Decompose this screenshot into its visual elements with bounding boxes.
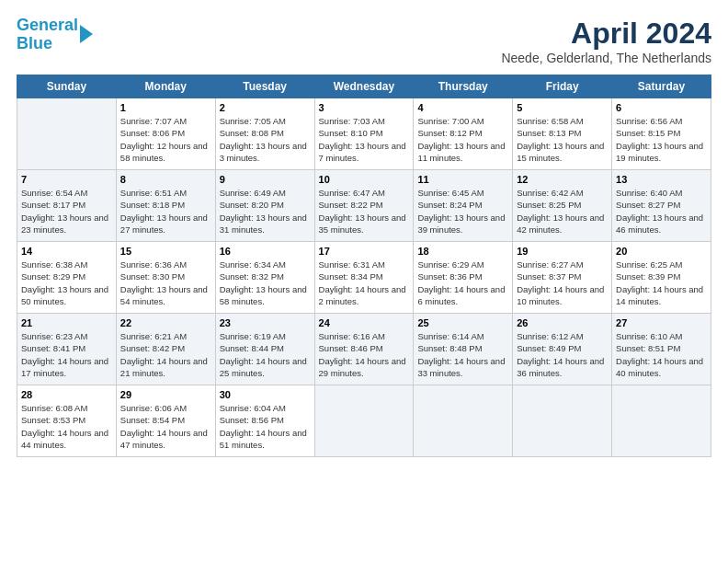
day-number: 12 xyxy=(517,174,608,185)
calendar-cell: 30Sunrise: 6:04 AMSunset: 8:56 PMDayligh… xyxy=(215,385,314,457)
calendar-cell xyxy=(314,385,414,457)
cell-info: Sunrise: 6:16 AMSunset: 8:46 PMDaylight:… xyxy=(319,330,410,379)
day-number: 28 xyxy=(21,389,112,400)
calendar-cell: 1Sunrise: 7:07 AMSunset: 8:06 PMDaylight… xyxy=(116,98,215,170)
cell-info: Sunrise: 6:14 AMSunset: 8:48 PMDaylight:… xyxy=(417,330,508,379)
cell-info: Sunrise: 6:42 AMSunset: 8:25 PMDaylight:… xyxy=(517,187,608,236)
day-number: 15 xyxy=(120,246,211,257)
calendar-week-3: 14Sunrise: 6:38 AMSunset: 8:29 PMDayligh… xyxy=(17,242,711,314)
calendar-cell: 8Sunrise: 6:51 AMSunset: 8:18 PMDaylight… xyxy=(116,170,215,242)
calendar-cell: 24Sunrise: 6:16 AMSunset: 8:46 PMDayligh… xyxy=(314,314,414,385)
month-title: April 2024 xyxy=(501,17,711,51)
cell-info: Sunrise: 6:45 AMSunset: 8:24 PMDaylight:… xyxy=(417,187,508,236)
calendar-cell xyxy=(513,385,612,457)
cell-info: Sunrise: 6:54 AMSunset: 8:17 PMDaylight:… xyxy=(21,187,112,236)
logo-text: General Blue xyxy=(17,17,78,53)
cell-info: Sunrise: 6:34 AMSunset: 8:32 PMDaylight:… xyxy=(220,259,311,307)
calendar-cell: 29Sunrise: 6:06 AMSunset: 8:54 PMDayligh… xyxy=(116,385,215,457)
cell-info: Sunrise: 7:07 AMSunset: 8:06 PMDaylight:… xyxy=(120,115,211,164)
day-number: 4 xyxy=(417,102,508,113)
day-number: 18 xyxy=(417,246,508,257)
cell-info: Sunrise: 6:51 AMSunset: 8:18 PMDaylight:… xyxy=(120,187,211,236)
day-header-tuesday: Tuesday xyxy=(215,75,314,98)
calendar-cell: 22Sunrise: 6:21 AMSunset: 8:42 PMDayligh… xyxy=(116,314,215,385)
cell-info: Sunrise: 7:00 AMSunset: 8:12 PMDaylight:… xyxy=(417,115,508,164)
calendar-cell: 15Sunrise: 6:36 AMSunset: 8:30 PMDayligh… xyxy=(116,242,215,314)
day-number: 26 xyxy=(517,317,608,328)
day-number: 27 xyxy=(616,317,707,328)
cell-info: Sunrise: 6:23 AMSunset: 8:41 PMDaylight:… xyxy=(21,330,112,379)
day-number: 11 xyxy=(417,174,508,185)
calendar-cell: 27Sunrise: 6:10 AMSunset: 8:51 PMDayligh… xyxy=(612,314,711,385)
calendar-cell: 5Sunrise: 6:58 AMSunset: 8:13 PMDaylight… xyxy=(513,98,612,170)
day-number: 9 xyxy=(220,174,311,185)
logo-general: General xyxy=(17,16,78,34)
day-number: 8 xyxy=(120,174,211,185)
cell-info: Sunrise: 6:58 AMSunset: 8:13 PMDaylight:… xyxy=(517,115,608,164)
calendar-cell: 13Sunrise: 6:40 AMSunset: 8:27 PMDayligh… xyxy=(612,170,711,242)
calendar-cell: 17Sunrise: 6:31 AMSunset: 8:34 PMDayligh… xyxy=(314,242,414,314)
cell-info: Sunrise: 6:31 AMSunset: 8:34 PMDaylight:… xyxy=(319,259,410,307)
day-number: 14 xyxy=(21,246,112,257)
calendar-header-row: SundayMondayTuesdayWednesdayThursdayFrid… xyxy=(17,75,711,98)
cell-info: Sunrise: 6:36 AMSunset: 8:30 PMDaylight:… xyxy=(120,259,211,307)
cell-info: Sunrise: 6:27 AMSunset: 8:37 PMDaylight:… xyxy=(517,259,608,307)
logo-blue: Blue xyxy=(17,34,52,52)
logo: General Blue xyxy=(17,17,93,53)
calendar-cell: 7Sunrise: 6:54 AMSunset: 8:17 PMDaylight… xyxy=(17,170,117,242)
day-number: 20 xyxy=(616,246,707,257)
day-header-friday: Friday xyxy=(513,75,612,98)
calendar-cell: 16Sunrise: 6:34 AMSunset: 8:32 PMDayligh… xyxy=(215,242,314,314)
cell-info: Sunrise: 6:08 AMSunset: 8:53 PMDaylight:… xyxy=(21,402,112,451)
calendar-week-4: 21Sunrise: 6:23 AMSunset: 8:41 PMDayligh… xyxy=(17,314,711,385)
day-header-wednesday: Wednesday xyxy=(314,75,414,98)
day-header-monday: Monday xyxy=(116,75,215,98)
header: General Blue April 2024 Neede, Gelderlan… xyxy=(17,17,711,65)
calendar-cell xyxy=(414,385,513,457)
cell-info: Sunrise: 6:47 AMSunset: 8:22 PMDaylight:… xyxy=(319,187,410,236)
cell-info: Sunrise: 7:03 AMSunset: 8:10 PMDaylight:… xyxy=(319,115,410,164)
day-number: 30 xyxy=(220,389,311,400)
calendar-cell: 25Sunrise: 6:14 AMSunset: 8:48 PMDayligh… xyxy=(414,314,513,385)
day-number: 25 xyxy=(417,317,508,328)
day-number: 2 xyxy=(220,102,311,113)
cell-info: Sunrise: 6:29 AMSunset: 8:36 PMDaylight:… xyxy=(417,259,508,307)
day-number: 13 xyxy=(616,174,707,185)
cell-info: Sunrise: 6:49 AMSunset: 8:20 PMDaylight:… xyxy=(220,187,311,236)
calendar-cell: 18Sunrise: 6:29 AMSunset: 8:36 PMDayligh… xyxy=(414,242,513,314)
day-number: 21 xyxy=(21,317,112,328)
calendar-week-5: 28Sunrise: 6:08 AMSunset: 8:53 PMDayligh… xyxy=(17,385,711,457)
calendar-cell: 3Sunrise: 7:03 AMSunset: 8:10 PMDaylight… xyxy=(314,98,414,170)
cell-info: Sunrise: 6:10 AMSunset: 8:51 PMDaylight:… xyxy=(616,330,707,379)
calendar-cell: 20Sunrise: 6:25 AMSunset: 8:39 PMDayligh… xyxy=(612,242,711,314)
day-number: 23 xyxy=(220,317,311,328)
calendar-cell: 26Sunrise: 6:12 AMSunset: 8:49 PMDayligh… xyxy=(513,314,612,385)
title-block: April 2024 Neede, Gelderland, The Nether… xyxy=(501,17,711,65)
cell-info: Sunrise: 6:04 AMSunset: 8:56 PMDaylight:… xyxy=(220,402,311,451)
day-number: 22 xyxy=(120,317,211,328)
calendar-week-1: 1Sunrise: 7:07 AMSunset: 8:06 PMDaylight… xyxy=(17,98,711,170)
day-header-saturday: Saturday xyxy=(612,75,711,98)
day-number: 16 xyxy=(220,246,311,257)
day-header-thursday: Thursday xyxy=(414,75,513,98)
calendar-cell: 4Sunrise: 7:00 AMSunset: 8:12 PMDaylight… xyxy=(414,98,513,170)
day-header-sunday: Sunday xyxy=(17,75,117,98)
cell-info: Sunrise: 6:21 AMSunset: 8:42 PMDaylight:… xyxy=(120,330,211,379)
calendar-cell: 21Sunrise: 6:23 AMSunset: 8:41 PMDayligh… xyxy=(17,314,117,385)
calendar-table: SundayMondayTuesdayWednesdayThursdayFrid… xyxy=(17,75,711,457)
day-number: 7 xyxy=(21,174,112,185)
cell-info: Sunrise: 6:12 AMSunset: 8:49 PMDaylight:… xyxy=(517,330,608,379)
calendar-cell: 2Sunrise: 7:05 AMSunset: 8:08 PMDaylight… xyxy=(215,98,314,170)
day-number: 6 xyxy=(616,102,707,113)
calendar-cell: 28Sunrise: 6:08 AMSunset: 8:53 PMDayligh… xyxy=(17,385,117,457)
calendar-cell: 6Sunrise: 6:56 AMSunset: 8:15 PMDaylight… xyxy=(612,98,711,170)
cell-info: Sunrise: 6:19 AMSunset: 8:44 PMDaylight:… xyxy=(220,330,311,379)
cell-info: Sunrise: 6:25 AMSunset: 8:39 PMDaylight:… xyxy=(616,259,707,307)
day-number: 5 xyxy=(517,102,608,113)
calendar-cell xyxy=(17,98,117,170)
calendar-cell: 10Sunrise: 6:47 AMSunset: 8:22 PMDayligh… xyxy=(314,170,414,242)
calendar-cell: 12Sunrise: 6:42 AMSunset: 8:25 PMDayligh… xyxy=(513,170,612,242)
day-number: 10 xyxy=(319,174,410,185)
logo-arrow-icon xyxy=(80,25,93,43)
page: General Blue April 2024 Neede, Gelderlan… xyxy=(0,0,728,466)
